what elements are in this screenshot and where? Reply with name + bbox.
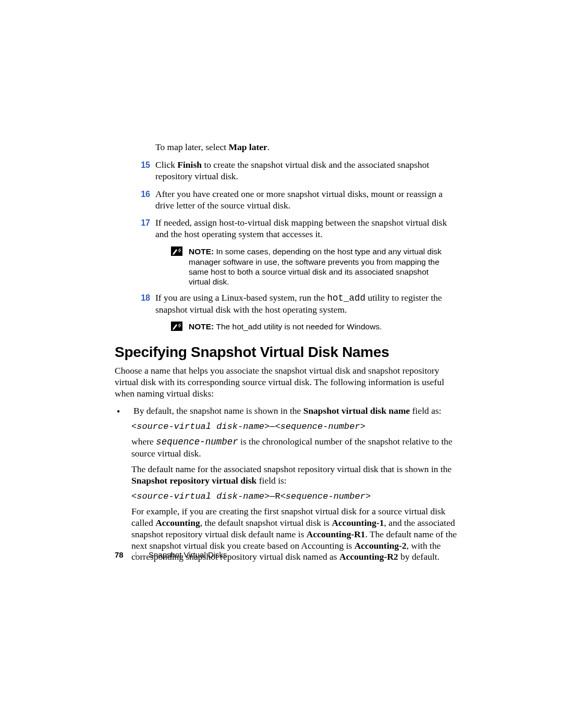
code-inline: hot_add [327, 293, 366, 303]
code-text: <sequence-number> [280, 491, 371, 501]
note-icon [171, 322, 183, 333]
page-number: 78 [115, 550, 124, 559]
bold-text: Map later [228, 142, 267, 152]
section-intro: Choose a name that helps you associate t… [115, 365, 459, 400]
text: where [131, 436, 156, 447]
code-text: <source-virtual disk-name> [131, 422, 270, 431]
bold-text: Accounting-2 [354, 540, 407, 551]
text: field is: [256, 475, 286, 486]
step-18: 18 If you are using a Linux-based system… [130, 292, 459, 316]
code-text: —R [270, 491, 280, 501]
note-block: NOTE: In some cases, depending on the ho… [155, 246, 459, 287]
code-line: <source-virtual disk-name>—R<sequence-nu… [131, 491, 459, 502]
code-text: <source-virtual disk-name> [131, 491, 270, 501]
page-footer: 78 | Snapshot Virtual Disks [115, 550, 227, 560]
text: Click [155, 159, 177, 170]
text: , the default snapshot virtual disk is [200, 517, 332, 528]
intro-line: To map later, select Map later. [155, 142, 459, 153]
text: The default name for the associated snap… [131, 464, 451, 474]
step-15: 15 Click Finish to create the snapshot v… [130, 159, 459, 182]
bullet-body: By default, the snapshot name is shown i… [133, 405, 459, 418]
step-16: 16 After you have created one or more sn… [130, 189, 459, 212]
bold-text: Finish [177, 159, 202, 170]
step-17: 17 If needed, assign host-to-virtual dis… [130, 217, 459, 240]
bold-text: Accounting-R2 [339, 551, 398, 562]
note-label: NOTE: [189, 247, 216, 256]
text: By default, the snapshot name is shown i… [133, 405, 303, 416]
text: To map later, select [155, 142, 228, 152]
paragraph: The default name for the associated snap… [131, 464, 459, 487]
step-number: 16 [130, 189, 155, 212]
bold-text: Accounting [155, 517, 200, 528]
step-body: If needed, assign host-to-virtual disk m… [155, 217, 459, 240]
text: field as: [410, 405, 441, 416]
code-line: <source-virtual disk-name>—<sequence-num… [131, 421, 459, 432]
step-number: 18 [130, 292, 155, 316]
step-body: Click Finish to create the snapshot virt… [155, 159, 459, 182]
step-number: 17 [130, 217, 155, 240]
note-text: NOTE: The hot_add utility is not needed … [189, 322, 445, 333]
bold-text: Accounting-R1 [307, 529, 365, 539]
step-body: After you have created one or more snaps… [155, 189, 459, 212]
text: In some cases, depending on the host typ… [189, 247, 442, 286]
footer-separator: | [135, 550, 137, 559]
section-heading: Specifying Snapshot Virtual Disk Names [115, 343, 459, 361]
text: by default. [398, 551, 439, 562]
code-inline: sequence-number [156, 437, 238, 447]
text: The hot_add utility is not needed for Wi… [216, 322, 382, 331]
bold-text: Snapshot repository virtual disk [131, 475, 256, 486]
code-text: — [270, 422, 275, 431]
step-body: If you are using a Linux-based system, r… [155, 292, 459, 316]
code-text: <sequence-number> [275, 422, 365, 431]
bold-text: Accounting-1 [332, 517, 384, 528]
text: If you are using a Linux-based system, r… [155, 292, 327, 303]
bold-text: Snapshot virtual disk name [303, 405, 410, 416]
note-label: NOTE: [189, 322, 216, 331]
note-block: NOTE: The hot_add utility is not needed … [155, 322, 459, 333]
footer-section: Snapshot Virtual Disks [149, 550, 227, 559]
bullet-item: • By default, the snapshot name is shown… [115, 405, 459, 418]
page: To map later, select Map later. 15 Click… [0, 0, 563, 728]
step-number: 15 [130, 159, 155, 182]
paragraph: where sequence-number is the chronologic… [131, 436, 459, 460]
note-text: NOTE: In some cases, depending on the ho… [189, 246, 445, 287]
bullet-marker: • [115, 405, 133, 418]
note-icon [171, 246, 183, 287]
text: . [267, 142, 270, 152]
